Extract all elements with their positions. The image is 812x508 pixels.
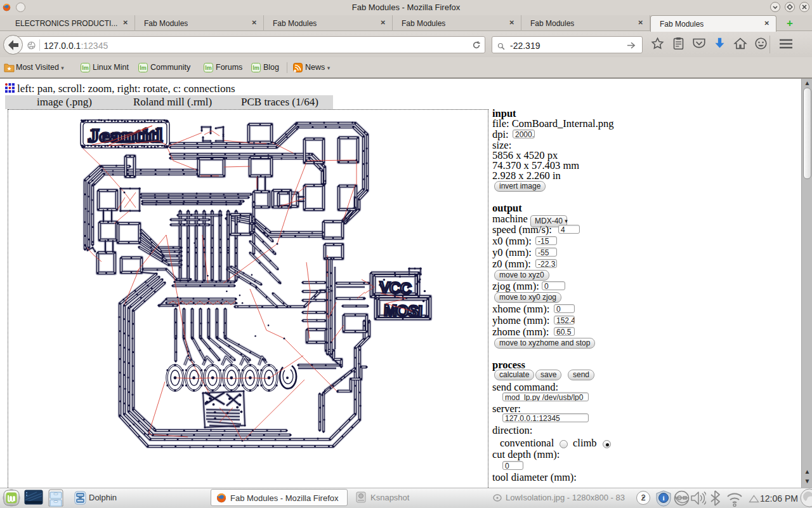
- svg-text:lm: lm: [82, 65, 89, 71]
- svg-text:lm: lm: [252, 65, 259, 71]
- svg-text:lm: lm: [140, 65, 147, 71]
- svg-text:lm: lm: [205, 65, 212, 71]
- svg-text:MOSI: MOSI: [384, 301, 422, 320]
- svg-text:i: i: [662, 494, 664, 502]
